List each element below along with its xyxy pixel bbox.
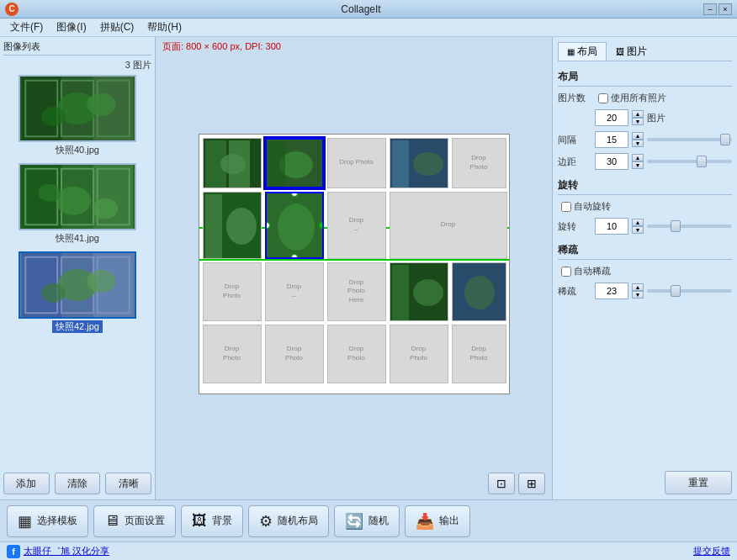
clear-button[interactable]: 清除 [55, 473, 101, 494]
drop-cell[interactable]: DropPhotoHere [327, 262, 386, 321]
list-item[interactable]: 快照42.jpg [3, 251, 151, 333]
feedback-link[interactable]: 提交反馈 [693, 545, 730, 557]
tab-layout[interactable]: ▦ 布局 [558, 42, 607, 61]
drop-cell[interactable]: DropPhoto [203, 262, 262, 321]
rotate-slider-thumb[interactable] [671, 220, 681, 232]
crop-tool-button[interactable]: ⊡ [488, 473, 515, 494]
selected-photo-cell[interactable]: 338,055▣ [265, 192, 324, 259]
gap-up[interactable]: ▲ [632, 132, 644, 140]
share-link[interactable]: 太眼仔゛旭 汉化分享 [24, 545, 109, 557]
auto-sparse-label[interactable]: 自动稀疏 [561, 265, 611, 277]
svg-point-17 [93, 198, 118, 219]
statusbar: f 太眼仔゛旭 汉化分享 提交反馈 [0, 542, 737, 560]
photo-count-input[interactable] [595, 109, 628, 126]
photo-cell[interactable] [265, 138, 324, 188]
add-button[interactable]: 添加 [3, 473, 50, 494]
photo-cell[interactable] [203, 192, 262, 259]
drop-cell[interactable]: DropPhoto [203, 325, 262, 383]
count-up[interactable]: ▲ [632, 110, 644, 118]
svg-point-31 [220, 154, 246, 174]
count-down[interactable]: ▼ [632, 118, 644, 125]
drop-cell[interactable]: Drop– [327, 192, 386, 259]
rotate-section-title: 旋转 [558, 178, 732, 195]
right-tabs: ▦ 布局 🖼 图片 [558, 42, 732, 61]
fit-tool-button[interactable]: ⊞ [518, 473, 545, 494]
auto-sparse-checkbox[interactable] [561, 267, 571, 277]
rotate-input[interactable] [595, 218, 628, 235]
gap-down[interactable]: ▼ [632, 140, 644, 147]
margin-down[interactable]: ▼ [632, 161, 644, 169]
right-panel: ▦ 布局 🖼 图片 布局 图片数 使用所有照片 ▲ ▼ 图片 [552, 37, 737, 499]
canvas-toolbar: ⊡ ⊞ [159, 471, 549, 496]
rotate-down[interactable]: ▼ [632, 226, 644, 234]
sparse-slider-thumb[interactable] [671, 285, 681, 297]
use-all-label[interactable]: 使用所有照片 [598, 92, 666, 104]
drop-cell[interactable]: Drop [390, 192, 507, 259]
photo-unit: 图片 [647, 112, 665, 124]
thumbnail-2[interactable] [19, 163, 136, 230]
resize-handle-right[interactable] [319, 222, 324, 229]
photo-cell[interactable] [452, 262, 506, 321]
margin-label: 边距 [558, 156, 591, 168]
sparse-up[interactable]: ▲ [632, 283, 644, 291]
drop-cell[interactable]: Drop– [265, 262, 324, 321]
list-item[interactable]: 快照41.jpg [3, 163, 151, 245]
thumbnail-1[interactable] [19, 75, 136, 142]
margin-up[interactable]: ▲ [632, 154, 644, 161]
svg-rect-39 [205, 194, 222, 258]
margin-input[interactable] [595, 153, 628, 170]
tab-photo[interactable]: 🖼 图片 [607, 42, 656, 61]
drop-cell[interactable]: DropPhoto [327, 325, 386, 383]
sparse-slider-track[interactable] [647, 289, 732, 293]
drop-cell[interactable]: DropPhoto [452, 325, 506, 383]
auto-rotate-row: 自动旋转 [558, 200, 732, 213]
background-icon: 🖼 [192, 512, 207, 530]
close-button[interactable]: × [718, 3, 732, 15]
list-buttons: 添加 清除 清晰 [3, 469, 151, 496]
sparse-input[interactable] [595, 283, 628, 299]
menu-image[interactable]: 图像(I) [50, 18, 93, 36]
reset-button[interactable]: 重置 [665, 471, 732, 494]
photo-count-spinner: ▲ ▼ [632, 110, 644, 125]
page-settings-button[interactable]: 🖥 页面设置 [93, 505, 176, 537]
drop-cell[interactable]: Drop Photo [327, 138, 386, 188]
auto-rotate-checkbox[interactable] [561, 202, 571, 212]
drop-cell[interactable]: DropPhoto [452, 138, 506, 188]
svg-point-40 [226, 208, 257, 245]
gap-slider-thumb[interactable] [720, 134, 730, 145]
svg-rect-11 [93, 165, 134, 229]
export-icon: 📥 [416, 512, 434, 531]
rotate-up[interactable]: ▲ [632, 219, 644, 226]
collage-canvas[interactable]: Drop Photo DropPhoto [199, 134, 510, 394]
auto-rotate-label[interactable]: 自动旋转 [561, 200, 611, 213]
gap-input[interactable] [595, 131, 628, 148]
window-title: CollageIt [19, 3, 703, 15]
layout-icon: ▦ [567, 47, 575, 56]
minimize-button[interactable]: – [703, 3, 717, 15]
drop-cell[interactable]: DropPhoto [265, 325, 324, 383]
gap-slider-track[interactable] [647, 138, 732, 141]
photo-count-label: 图片数 [558, 92, 591, 104]
random-button[interactable]: 🔄 随机 [334, 505, 400, 537]
resize-handle-bottom[interactable] [291, 254, 298, 259]
select-template-button[interactable]: ▦ 选择模板 [7, 505, 88, 537]
photo-cell[interactable] [390, 138, 448, 188]
menu-help[interactable]: 帮助(H) [141, 18, 188, 36]
svg-point-7 [41, 107, 66, 126]
sparse-down[interactable]: ▼ [632, 291, 644, 298]
margin-slider-thumb[interactable] [697, 156, 707, 167]
photo-cell[interactable] [203, 138, 262, 188]
use-all-checkbox[interactable] [598, 93, 608, 103]
clean-button[interactable]: 清晰 [105, 473, 151, 494]
menu-file[interactable]: 文件(F) [3, 18, 50, 36]
background-button[interactable]: 🖼 背景 [181, 505, 243, 537]
list-item[interactable]: 快照40.jpg [3, 75, 151, 156]
export-button[interactable]: 📥 输出 [405, 505, 470, 537]
thumbnail-3[interactable] [19, 251, 136, 319]
photo-cell[interactable] [390, 262, 448, 321]
rotate-slider-track[interactable] [647, 225, 732, 228]
random-layout-button[interactable]: ⚙ 随机布局 [248, 505, 329, 537]
margin-slider-track[interactable] [647, 160, 732, 163]
menu-collage[interactable]: 拼贴(C) [93, 18, 141, 36]
drop-cell[interactable]: DropPhoto [390, 325, 448, 383]
